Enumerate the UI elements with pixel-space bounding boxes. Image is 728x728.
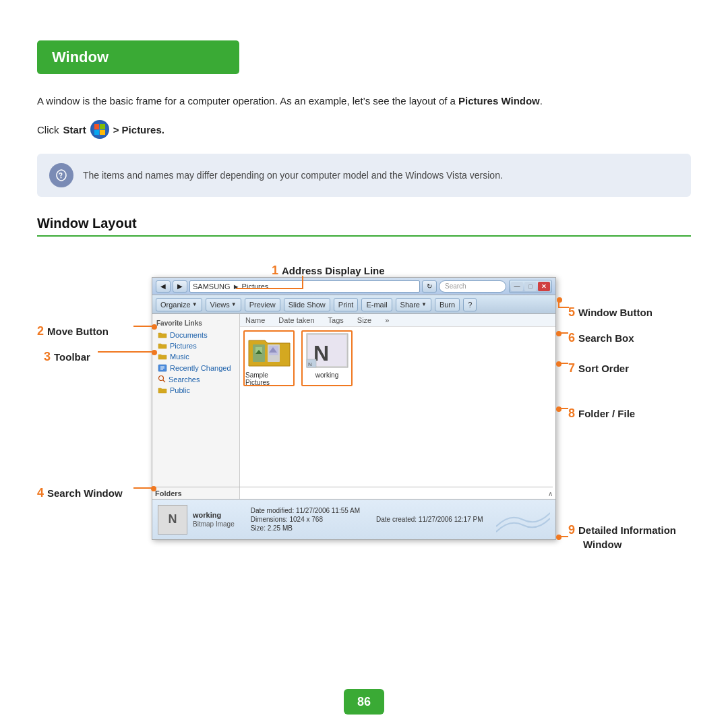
col-date-taken[interactable]: Date taken	[278, 316, 314, 324]
ann-2-dot	[152, 324, 157, 330]
col-name[interactable]: Name	[245, 316, 265, 324]
annotation-3: 3 Toolbar	[44, 350, 90, 364]
folders-toggle[interactable]: ∧	[548, 490, 553, 497]
col-more[interactable]: »	[385, 316, 389, 324]
note-icon	[49, 163, 73, 187]
sidebar-item-searches[interactable]: Searches	[155, 373, 237, 385]
burn-label: Burn	[439, 301, 455, 309]
public-label: Public	[170, 386, 190, 394]
status-info: working Bitmap Image	[193, 511, 235, 528]
sidebar-item-music[interactable]: Music	[155, 351, 237, 362]
ann-9-label-line2: Window	[583, 539, 621, 550]
explorer-toolbar: Organize▼ Views▼ Preview Slide Show Prin…	[152, 295, 555, 314]
sidebar-item-public[interactable]: Public	[155, 385, 237, 396]
sample-pictures-name: Sample Pictures	[245, 371, 293, 386]
sidebar-item-recently-changed[interactable]: Recently Changed	[155, 362, 237, 373]
address-bar[interactable]: SAMSUNG ► Pictures	[189, 280, 420, 293]
preview-label: Preview	[249, 301, 276, 309]
views-btn[interactable]: Views▼	[206, 298, 241, 311]
note-box: The items and names may differ depending…	[37, 154, 691, 197]
start-label: Start	[63, 124, 86, 135]
image-thumbnail: N N	[305, 332, 349, 369]
ann-1-line-v	[302, 276, 303, 288]
annotation-4: 4 Search Window	[37, 486, 123, 500]
share-btn[interactable]: Share▼	[396, 298, 431, 311]
email-btn[interactable]: E-mail	[361, 298, 392, 311]
file-item-sample-pictures[interactable]: Sample Pictures	[245, 332, 293, 386]
search-bar[interactable]: Search	[439, 280, 506, 293]
ann-5-line-h	[558, 307, 569, 308]
explorer-main: Favorite Links Documents Pictures	[152, 314, 555, 499]
folders-section: Folders ∧	[155, 487, 553, 497]
ann-8-dot	[556, 406, 562, 412]
diagram-area: ◀ ▶ SAMSUNG ► Pictures ↻ Search — □ ✕	[37, 257, 691, 587]
content-files: Sample Pictures	[240, 327, 555, 392]
public-icon	[158, 386, 167, 394]
svg-point-0	[61, 177, 62, 179]
sidebar-item-pictures[interactable]: Pictures	[155, 340, 237, 351]
svg-text:N: N	[308, 361, 312, 367]
annotation-8: 8 Folder / File	[568, 406, 635, 421]
page-number-area: 86	[344, 689, 384, 715]
ann-3-line-h	[98, 351, 152, 353]
refresh-button[interactable]: ↻	[422, 280, 437, 293]
file-item-working[interactable]: N N working	[303, 332, 351, 386]
annotation-7: 7 Sort Order	[568, 361, 629, 375]
help-btn[interactable]: ?	[463, 298, 477, 311]
ann-4-label: Search Window	[47, 487, 123, 499]
explorer-content: Name Date taken Tags Size »	[240, 314, 555, 499]
email-label: E-mail	[366, 301, 387, 309]
svg-point-5	[159, 376, 164, 381]
ann-2-number: 2	[37, 324, 44, 338]
ann-4-line-h	[133, 487, 152, 489]
page-number-badge: 86	[344, 689, 384, 715]
folders-label: Folders	[155, 489, 182, 497]
explorer-titlebar: ◀ ▶ SAMSUNG ► Pictures ↻ Search — □ ✕	[152, 278, 555, 295]
status-date-created: Date created: 11/27/2006 12:17 PM	[376, 516, 483, 523]
ann-3-number: 3	[44, 350, 51, 364]
ann-9-dot	[556, 535, 562, 540]
click-label: Click	[37, 124, 59, 135]
slideshow-label: Slide Show	[289, 301, 326, 309]
col-tags[interactable]: Tags	[328, 316, 344, 324]
maximize-button[interactable]: □	[524, 282, 537, 291]
intro-text-start: A window is the basic frame for a comput…	[37, 95, 458, 107]
explorer-statusbar: N working Bitmap Image Date modified: 11…	[152, 499, 555, 539]
back-button[interactable]: ◀	[156, 280, 171, 293]
close-button[interactable]: ✕	[538, 282, 550, 291]
start-instruction: Click Start > Pictures.	[37, 120, 691, 139]
intro-paragraph: A window is the basic frame for a comput…	[37, 93, 691, 109]
explorer-sidebar: Favorite Links Documents Pictures	[152, 314, 240, 499]
music-icon	[158, 353, 167, 361]
minimize-button[interactable]: —	[511, 282, 523, 291]
intro-period: .	[540, 95, 543, 107]
print-label: Print	[338, 301, 354, 309]
status-filename: working	[193, 511, 235, 519]
note-text: The items and names may differ depending…	[83, 170, 503, 181]
ann-6-number: 6	[568, 331, 575, 345]
pictures-label: > Pictures.	[113, 124, 164, 135]
print-btn[interactable]: Print	[334, 298, 359, 311]
burn-btn[interactable]: Burn	[435, 298, 460, 311]
working-thumbnail-icon: N N	[305, 332, 349, 369]
ann-3-label: Toolbar	[54, 351, 90, 363]
ann-1-number: 1	[272, 264, 278, 278]
ann-4-number: 4	[37, 486, 44, 500]
forward-button[interactable]: ▶	[173, 280, 187, 293]
views-arrow: ▼	[231, 301, 237, 307]
col-size[interactable]: Size	[357, 316, 371, 324]
annotation-6: 6 Search Box	[568, 331, 634, 345]
sidebar-item-documents[interactable]: Documents	[155, 330, 237, 340]
ann-6-label: Search Box	[578, 332, 634, 344]
titlebar-left: ◀ ▶ SAMSUNG ► Pictures ↻ Search	[156, 280, 506, 293]
folder-icon-large	[247, 332, 291, 369]
documents-icon	[158, 331, 167, 339]
slideshow-btn[interactable]: Slide Show	[284, 298, 330, 311]
organize-btn[interactable]: Organize▼	[156, 298, 202, 311]
windows-start-icon[interactable]	[90, 120, 109, 139]
ann-5-number: 5	[568, 305, 575, 320]
status-date-modified: Date modified: 11/27/2006 11:55 AM	[251, 507, 360, 514]
statusbar-decoration	[489, 506, 551, 533]
preview-btn[interactable]: Preview	[245, 298, 280, 311]
ann-9-number: 9	[568, 523, 575, 537]
